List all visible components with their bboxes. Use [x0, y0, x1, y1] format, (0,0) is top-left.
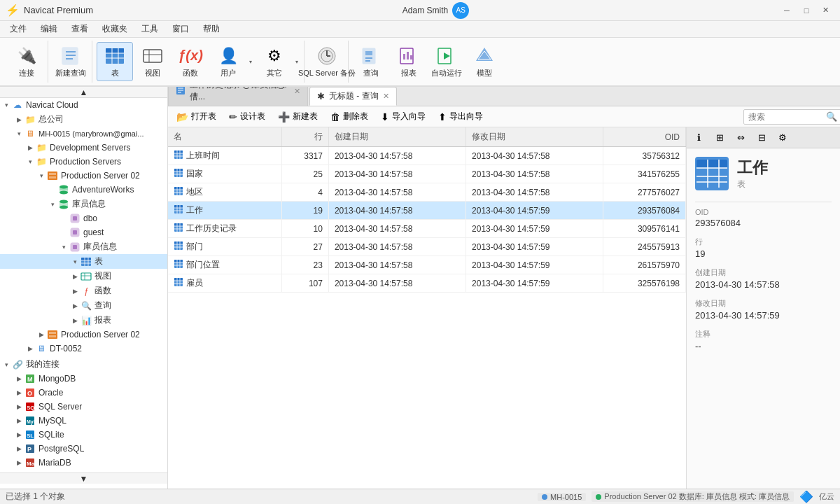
- table-row[interactable]: 部门位置 23 2013-04-30 14:57:58 2013-04-30 1…: [168, 256, 686, 274]
- menu-favorites[interactable]: 收藏夹: [95, 22, 134, 36]
- prod-folder-icon: 📁: [35, 156, 48, 167]
- views-arrow[interactable]: ▶: [70, 273, 80, 280]
- sidebar-item-views[interactable]: ▶ 视图: [0, 269, 167, 284]
- my-conn-arrow[interactable]: ▾: [1, 361, 11, 368]
- tab-untitled-query[interactable]: ✱ 无标题 - 查询 ✕: [309, 87, 397, 106]
- report-button[interactable]: 报表: [391, 42, 427, 81]
- prod-server02-arrow[interactable]: ▾: [36, 172, 46, 179]
- sidebar-item-mariadb[interactable]: ▶ Ma MariaDB: [0, 456, 167, 470]
- mh0015-arrow[interactable]: ▾: [14, 130, 24, 137]
- table-row[interactable]: 部门 27 2013-04-30 14:57:58 2013-04-30 14:…: [168, 238, 686, 256]
- user-arrow[interactable]: ▾: [246, 42, 255, 81]
- sidebar-item-functions[interactable]: ▶ ƒ 函数: [0, 284, 167, 298]
- sidebar-scroll-down[interactable]: ▼: [0, 472, 167, 484]
- sidebar-item-guest[interactable]: guest: [0, 225, 167, 239]
- rp-info-button[interactable]: ℹ: [691, 130, 706, 146]
- sidebar-item-postgresql[interactable]: ▶ P PostgreSQL: [0, 442, 167, 456]
- sqlserver-arrow[interactable]: ▶: [14, 403, 24, 410]
- sidebar-item-prod-server02-2[interactable]: ▶ Production Server 02: [0, 328, 167, 342]
- menu-help[interactable]: 帮助: [196, 22, 227, 36]
- close-button[interactable]: ✕: [818, 3, 834, 18]
- sidebar-item-oracle[interactable]: ▶ O Oracle: [0, 386, 167, 400]
- queries-arrow[interactable]: ▶: [70, 302, 80, 309]
- table-row[interactable]: 雇员 107 2013-04-30 14:57:58 2013-04-30 14…: [168, 274, 686, 293]
- minimize-button[interactable]: ─: [778, 3, 795, 18]
- mysql-arrow[interactable]: ▶: [14, 417, 24, 424]
- rp-expand-button[interactable]: ⇔: [733, 130, 748, 146]
- sidebar-item-adventureworks[interactable]: AdventureWorks: [0, 183, 167, 197]
- other-button[interactable]: ⚙ 其它: [256, 42, 293, 81]
- model-button[interactable]: 模型: [466, 42, 503, 81]
- user-button[interactable]: 👤 用户: [210, 42, 246, 81]
- sidebar-item-dt0052[interactable]: ▶ 🖥 DT-0052: [0, 342, 167, 356]
- hr-schema-arrow[interactable]: ▾: [59, 244, 69, 251]
- sqlserver-backup-button[interactable]: SQL Server 备份: [309, 42, 345, 81]
- menu-tools[interactable]: 工具: [134, 22, 165, 36]
- functions-arrow[interactable]: ▶: [70, 288, 80, 295]
- sidebar-item-mongodb[interactable]: ▶ M MongoDB: [0, 372, 167, 386]
- sidebar-item-sqlserver[interactable]: ▶ SQL SQL Server: [0, 400, 167, 414]
- sidebar-item-queries[interactable]: ▶ 🔍 查询: [0, 298, 167, 313]
- table-row[interactable]: 工作 19 2013-04-30 14:57:58 2013-04-30 14:…: [168, 202, 686, 220]
- sqlite-arrow[interactable]: ▶: [14, 431, 24, 438]
- view-button[interactable]: 视图: [134, 42, 171, 81]
- function-button[interactable]: ƒ(x) 函数: [172, 42, 209, 81]
- sidebar-item-hr-schema[interactable]: ▾ 庫员信息: [0, 239, 167, 254]
- maximize-button[interactable]: □: [798, 3, 815, 18]
- autorun-button[interactable]: 自动运行: [428, 42, 465, 81]
- general-arrow[interactable]: ▶: [14, 116, 24, 123]
- mongodb-label: MongoDB: [38, 374, 76, 384]
- cell-name-text: 工作: [186, 204, 203, 216]
- table-row[interactable]: 国家 25 2013-04-30 14:57:58 2013-04-30 14:…: [168, 165, 686, 183]
- sidebar-item-dev-servers[interactable]: ▶ 📁 Development Servers: [0, 141, 167, 155]
- export-wizard-button[interactable]: ⬆ 导出向导: [433, 108, 489, 125]
- table-row[interactable]: 地区 4 2013-04-30 14:57:58 2013-04-30 14:5…: [168, 183, 686, 202]
- hrdb-arrow[interactable]: ▾: [48, 201, 57, 208]
- sidebar-item-prod-server02[interactable]: ▾ Production Server 02: [0, 169, 167, 183]
- open-table-button[interactable]: 📂 打开表: [171, 108, 222, 125]
- postgresql-arrow[interactable]: ▶: [14, 445, 24, 452]
- menu-file[interactable]: 文件: [3, 22, 34, 36]
- reports-arrow[interactable]: ▶: [70, 317, 80, 324]
- sidebar-item-mh0015[interactable]: ▾ 🖥 MH-0015 (marybrown@gmai...: [0, 127, 167, 141]
- sidebar-item-tables[interactable]: ▾ 表: [0, 254, 167, 269]
- menu-view[interactable]: 查看: [64, 22, 95, 36]
- tables-arrow[interactable]: ▾: [70, 258, 80, 265]
- oracle-arrow[interactable]: ▶: [14, 389, 24, 396]
- table-button[interactable]: 表: [97, 42, 133, 81]
- menu-window[interactable]: 窗口: [165, 22, 196, 36]
- sidebar-item-my-connections[interactable]: ▾ 🔗 我的连接: [0, 357, 167, 372]
- tab-history[interactable]: 工作历史记录 @庫员信息:傮... ✕: [168, 87, 308, 106]
- navicat-cloud-item[interactable]: ▾ ☁ Navicat Cloud: [0, 98, 167, 112]
- sidebar-item-mysql[interactable]: ▶ MySQL MySQL: [0, 414, 167, 428]
- rp-code-button[interactable]: ⊞: [712, 130, 727, 146]
- mariadb-arrow[interactable]: ▶: [14, 459, 24, 466]
- tab-history-close[interactable]: ✕: [294, 87, 300, 96]
- sidebar-scroll-up[interactable]: ▲: [0, 87, 167, 98]
- prod-server02-2-arrow[interactable]: ▶: [36, 331, 46, 338]
- sidebar-item-reports[interactable]: ▶ 📊 报表: [0, 313, 167, 328]
- menu-edit[interactable]: 编辑: [34, 22, 64, 36]
- sidebar-item-dbo[interactable]: dbo: [0, 211, 167, 225]
- sidebar-item-sqlite[interactable]: ▶ SL SQLite: [0, 428, 167, 442]
- tab-query-close[interactable]: ✕: [383, 92, 389, 101]
- rp-split-button[interactable]: ⊟: [754, 130, 769, 146]
- sidebar-item-prod-servers[interactable]: ▾ 📁 Production Servers: [0, 155, 167, 169]
- table-row[interactable]: 工作历史记录 10 2013-04-30 14:57:58 2013-04-30…: [168, 220, 686, 238]
- query-button[interactable]: 查询: [353, 42, 389, 81]
- connect-button[interactable]: 🔌 连接: [8, 42, 45, 81]
- sidebar-item-general[interactable]: ▶ 📁 总公司: [0, 112, 167, 127]
- dt0052-arrow[interactable]: ▶: [25, 345, 35, 352]
- prod-arrow[interactable]: ▾: [25, 158, 35, 165]
- dev-arrow[interactable]: ▶: [25, 144, 35, 151]
- mongodb-arrow[interactable]: ▶: [14, 375, 24, 382]
- new-query-button[interactable]: 新建查询: [52, 42, 89, 81]
- rp-settings-button[interactable]: ⚙: [775, 130, 790, 146]
- new-table-button[interactable]: ➕ 新建表: [272, 108, 323, 125]
- import-wizard-button[interactable]: ⬇ 导入向导: [375, 108, 431, 125]
- design-table-button[interactable]: ✏ 设计表: [223, 108, 271, 125]
- delete-table-button[interactable]: 🗑 删除表: [325, 108, 374, 125]
- navicat-cloud-arrow[interactable]: ▾: [1, 102, 11, 108]
- table-row[interactable]: 上班时间 3317 2013-04-30 14:57:58 2013-04-30…: [168, 147, 686, 165]
- sidebar-item-hrdb[interactable]: ▾ 庫员信息: [0, 197, 167, 211]
